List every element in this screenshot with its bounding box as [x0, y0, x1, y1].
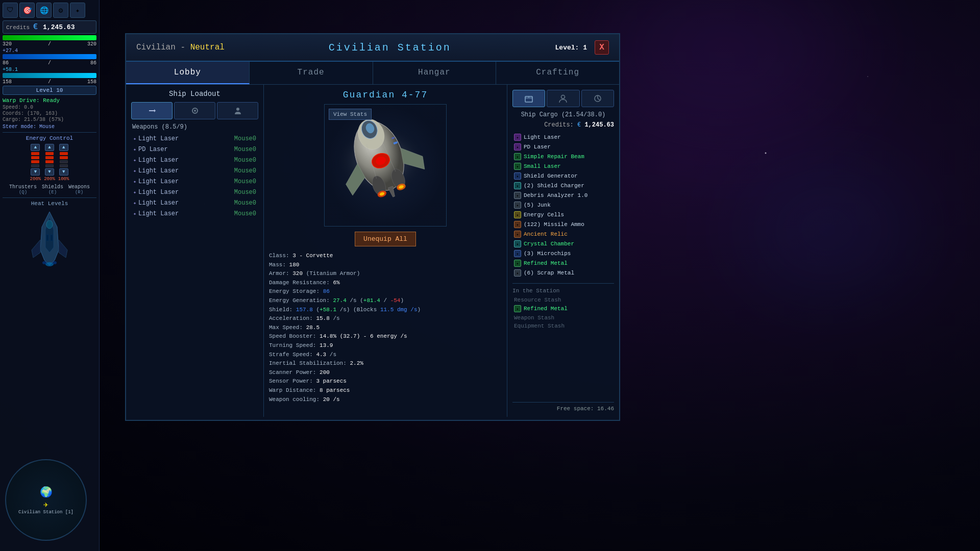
thrusters-name: Thrusters: [9, 184, 37, 190]
loadout-tab-equipment[interactable]: [174, 102, 215, 119]
icon-wrench[interactable]: ⚙: [53, 3, 68, 18]
cargo-item-name-7: (5) Junk: [524, 202, 551, 208]
credits-label: Credits: [6, 24, 33, 31]
icon-target[interactable]: 🎯: [19, 3, 35, 18]
cargo-item-13[interactable]: ✦ Refined Metal: [512, 259, 614, 268]
svg-point-13: [194, 110, 196, 112]
cargo-item-10[interactable]: ✦ Ancient Relic: [512, 230, 614, 239]
cargo-tab-crew[interactable]: [547, 90, 579, 107]
weapon-item-0[interactable]: ✦ Light Laser Mouse0: [131, 134, 258, 144]
unequip-all-button[interactable]: Unequip All: [355, 232, 416, 246]
pip-4: [31, 164, 39, 167]
weapon-icon-1: ✦: [133, 146, 136, 153]
weapon-pip-1: [60, 152, 68, 155]
weapon-item-6[interactable]: ✦ Light Laser Mouse0: [131, 198, 258, 208]
cargo-item-7[interactable]: ✦ (5) Junk: [512, 201, 614, 210]
cargo-tab-box[interactable]: [512, 90, 545, 107]
shield-pip-1: [45, 152, 54, 155]
cargo-item-0[interactable]: ✦ Light Laser: [512, 133, 614, 142]
cargo-panel: Ship Cargo (21.54/38.0) Credits: € 1,245…: [507, 85, 619, 417]
tab-crafting[interactable]: Crafting: [496, 62, 619, 84]
weapon-energy-down[interactable]: ▼: [59, 168, 68, 176]
cargo-items-list: ✦ Light Laser ✦ PD Laser ✦ Simple Repair…: [512, 133, 614, 278]
svg-marker-2: [32, 240, 40, 258]
svg-rect-9: [51, 235, 53, 241]
cargo-item-12[interactable]: ✦ (3) Microchips: [512, 249, 614, 258]
svg-point-7: [46, 220, 53, 229]
cargo-icon-0: ✦: [514, 134, 521, 141]
stash-item-2[interactable]: Weapon Stash: [512, 314, 614, 322]
tab-lobby[interactable]: Lobby: [126, 62, 250, 84]
icon-map[interactable]: 🌐: [36, 3, 52, 18]
shield-energy-down[interactable]: ▼: [45, 168, 54, 176]
weapon-item-4[interactable]: ✦ Light Laser Mouse0: [131, 177, 258, 187]
stat-weapon-cooling: Weapon cooling: 20 /s: [269, 395, 502, 405]
level-badge: Level 10: [3, 86, 96, 95]
cargo-tabs: [512, 90, 614, 107]
stash-item-0[interactable]: Resource Stash: [512, 296, 614, 304]
stat-scanner: Scanner Power: 200: [269, 368, 502, 378]
cargo-icon-14: ✦: [514, 269, 521, 277]
ship-image-container: View Stats: [324, 104, 447, 227]
cargo-item-9[interactable]: ✦ (122) Missile Ammo: [512, 220, 614, 229]
weapon-slot-6: Mouse0: [234, 199, 256, 207]
weapon-icon-0: ✦: [133, 136, 136, 142]
cargo-icon-11: ✦: [514, 240, 521, 247]
weapon-item-2[interactable]: ✦ Light Laser Mouse0: [131, 155, 258, 165]
stash-refined-metal-name: Refined Metal: [524, 306, 568, 312]
cargo-item-2[interactable]: ✦ Simple Repair Beam: [512, 152, 614, 161]
cargo-item-4[interactable]: ✦ Shield Generator: [512, 171, 614, 181]
energy-plus-label: +27.4: [3, 48, 96, 54]
weapon-name-7: ✦ Light Laser: [133, 210, 179, 217]
tab-trade[interactable]: Trade: [250, 62, 373, 84]
dialog-body: Ship Loadout Weapons (8.5/9) ✦ Lig: [126, 85, 619, 417]
credits-symbol: €: [33, 22, 38, 32]
stat-class: Class: 3 - Corvette: [269, 252, 502, 261]
loadout-tab-weapons[interactable]: [131, 102, 173, 119]
weapon-icon-6: ✦: [133, 200, 136, 206]
weapon-item-5[interactable]: ✦ Light Laser Mouse0: [131, 187, 258, 197]
stat-armor: Armor: 320 (Titanium Armor): [269, 269, 502, 279]
shield-energy-up[interactable]: ▲: [45, 144, 54, 151]
weapon-name-2: ✦ Light Laser: [133, 157, 179, 164]
cargo-item-1[interactable]: ✦ PD Laser: [512, 142, 614, 152]
steer-mode-info: Steer mode: Mouse: [3, 124, 96, 130]
thruster-energy-down[interactable]: ▼: [31, 168, 40, 176]
cargo-item-name-11: Crystal Chamber: [524, 241, 574, 247]
cargo-icon-9: ✦: [514, 221, 521, 228]
stash-refined-metal[interactable]: ✦ Refined Metal: [512, 304, 614, 313]
minimap: 🌍 ✈ Civilian Station [1]: [5, 459, 87, 541]
view-stats-button[interactable]: View Stats: [329, 109, 372, 120]
weapon-icon-7: ✦: [133, 211, 136, 217]
energy-sliders: ▲ ▼ 200% ▲ ▼ 200% ▲: [3, 144, 96, 182]
weapon-item-1[interactable]: ✦ PD Laser Mouse0: [131, 144, 258, 155]
loadout-tab-crew[interactable]: [217, 102, 258, 119]
cargo-item-14[interactable]: ✦ (6) Scrap Metal: [512, 268, 614, 278]
weapon-energy-up[interactable]: ▲: [59, 144, 68, 151]
weapon-slot-5: Mouse0: [234, 189, 256, 196]
icon-star[interactable]: ✦: [70, 3, 85, 18]
weapons-list: ✦ Light Laser Mouse0 ✦ PD Laser Mouse0 ✦: [131, 134, 258, 219]
cargo-credits-symbol: €: [577, 121, 581, 129]
thruster-energy-up[interactable]: ▲: [31, 144, 40, 151]
cargo-item-name-14: (6) Scrap Metal: [524, 270, 574, 276]
weapon-item-7[interactable]: ✦ Light Laser Mouse0: [131, 209, 258, 219]
cargo-item-3[interactable]: ✦ Small Laser: [512, 162, 614, 171]
icon-shield[interactable]: 🛡: [3, 3, 18, 18]
cargo-item-11[interactable]: ✦ Crystal Chamber: [512, 239, 614, 248]
weapon-pips: [60, 152, 68, 167]
cargo-item-6[interactable]: ✦ Debris Analyzer 1.0: [512, 191, 614, 200]
health-bar-fill: [3, 35, 96, 40]
cargo-tab-skills[interactable]: [581, 90, 614, 107]
tab-hangar[interactable]: Hangar: [373, 62, 497, 84]
weapons-header: Weapons (8.5/9): [131, 123, 258, 131]
stash-item-3[interactable]: Equipment Stash: [512, 322, 614, 330]
shields-name: Shields: [42, 184, 63, 190]
cargo-item-5[interactable]: ✦ (2) Shield Charger: [512, 181, 614, 190]
cargo-item-name-1: PD Laser: [524, 144, 551, 150]
cargo-item-8[interactable]: ✦ Energy Cells: [512, 210, 614, 219]
close-button[interactable]: X: [595, 40, 609, 55]
loadout-title: Ship Loadout: [131, 90, 258, 98]
pip-3: [31, 160, 39, 163]
weapon-item-3[interactable]: ✦ Light Laser Mouse0: [131, 166, 258, 176]
